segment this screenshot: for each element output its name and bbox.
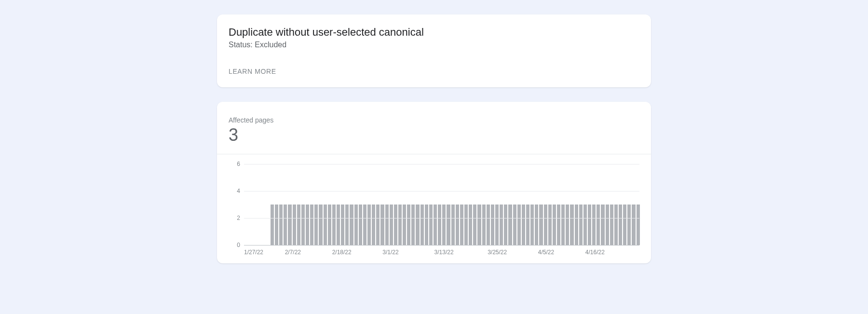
bar [319,205,322,245]
bar [275,205,278,245]
bar [438,205,441,245]
bar [332,205,336,245]
y-tick: 0 [231,242,240,248]
affected-pages-chart: 1/27/222/7/222/18/223/1/223/13/223/25/22… [229,159,639,256]
bar [632,205,635,245]
bar [363,205,366,245]
bar [398,205,402,245]
gridline [244,191,639,191]
bar [601,205,604,245]
bar [570,205,573,245]
bar [376,205,380,245]
bar [588,205,591,245]
bar [288,205,291,245]
x-tick: 4/5/22 [538,249,554,256]
bar [469,205,472,245]
bar [354,205,358,245]
bar [487,205,490,245]
learn-more-link[interactable]: LEARN MORE [229,68,276,75]
bar [372,205,375,245]
bar [495,205,499,245]
x-tick: 3/1/22 [382,249,398,256]
metric-value: 3 [229,125,639,145]
bar [328,205,331,245]
bar [403,205,406,245]
bar [284,205,287,245]
bar [411,205,415,245]
issue-status: Status: Excluded [229,41,639,49]
bar [271,205,274,245]
bar [627,205,631,245]
bar [610,205,613,245]
bar [324,205,327,245]
bar [301,205,305,245]
bar [359,205,362,245]
bar [337,205,340,245]
bar [539,205,542,245]
bar [548,205,552,245]
bar [619,205,622,245]
divider [217,154,651,154]
bar [345,205,349,245]
bar [535,205,538,245]
issue-header-card: Duplicate without user-selected canonica… [217,14,651,87]
bar [530,205,534,245]
bar [464,205,468,245]
x-tick: 2/7/22 [285,249,301,256]
trend-card: Affected pages 3 1/27/222/7/222/18/223/1… [217,102,651,263]
baseline [244,245,639,246]
gridline [244,218,639,218]
bar [553,205,556,245]
bar [583,205,587,245]
bar [456,205,459,245]
bar [367,205,371,245]
bar [380,205,384,245]
x-tick: 4/16/22 [585,249,605,256]
bar [508,205,512,245]
bar [522,205,525,245]
bar [473,205,476,245]
bar [314,205,318,245]
bar [425,205,428,245]
bar [434,205,437,245]
bar [385,205,389,245]
bar [394,205,397,245]
bar [517,205,521,245]
bar [513,205,516,245]
bar [350,205,353,245]
bar [451,205,455,245]
metric-label: Affected pages [229,116,639,124]
bar [500,205,503,245]
bar [341,205,344,245]
bar [310,205,313,245]
gridline [244,164,639,164]
bar [606,205,609,245]
bar [597,205,600,245]
bar [293,205,296,245]
x-tick: 3/25/22 [488,249,507,256]
bar [526,205,529,245]
x-tick: 2/18/22 [332,249,352,256]
bar [544,205,547,245]
bar [614,205,618,245]
bar [416,205,419,245]
bar [306,205,309,245]
bar [407,205,410,245]
x-tick: 1/27/22 [244,249,263,256]
bar [637,205,640,245]
bar [623,205,626,245]
bar [491,205,494,245]
bar [482,205,486,245]
bar [504,205,507,245]
bar [477,205,481,245]
bar [566,205,569,245]
bar [447,205,450,245]
bar [297,205,300,245]
bar [429,205,433,245]
y-tick: 4 [231,188,240,194]
bar [442,205,446,245]
bar [592,205,596,245]
bar [390,205,393,245]
bar [561,205,565,245]
bar [575,205,578,245]
